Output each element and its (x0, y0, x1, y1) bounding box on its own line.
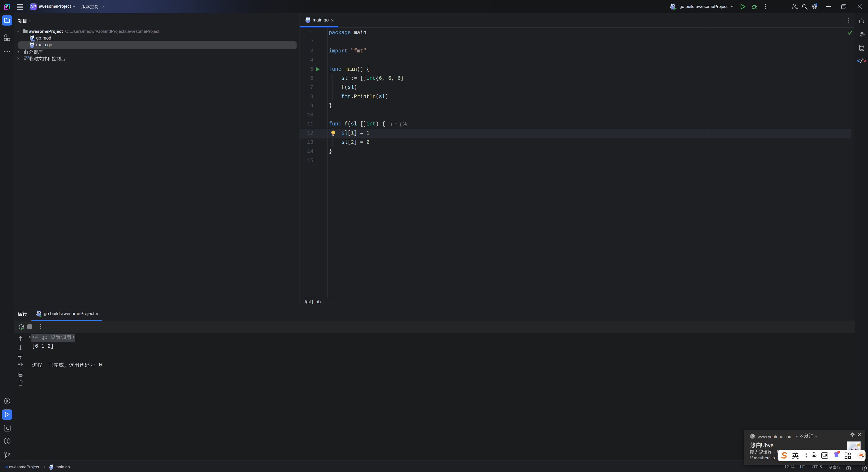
svg-text:GO: GO (5, 5, 8, 7)
